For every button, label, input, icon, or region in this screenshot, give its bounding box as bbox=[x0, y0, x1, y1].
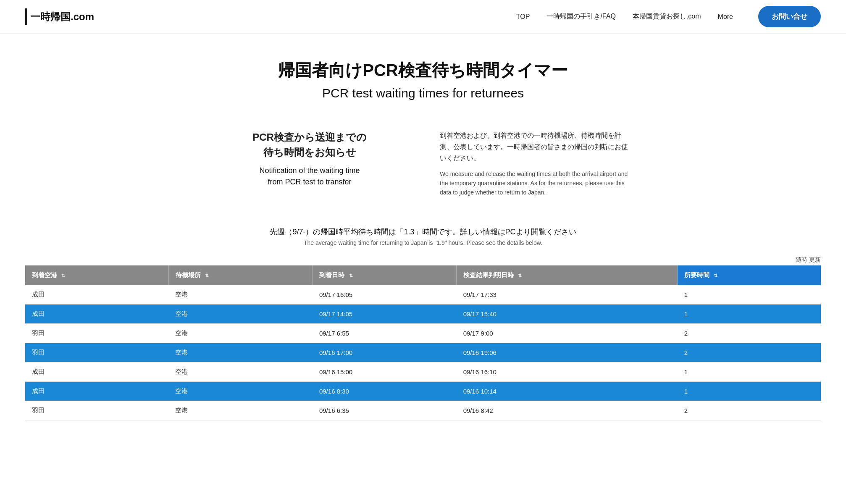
notice-en: The average waiting time for returning t… bbox=[17, 239, 829, 246]
header: 一時帰国.com TOP 一時帰国の手引き/FAQ 本帰国賃貸お探し.com M… bbox=[0, 0, 846, 34]
cell-location: 空港 bbox=[168, 343, 313, 362]
cell-airport: 羽田 bbox=[25, 343, 168, 362]
cell-result: 09/16 10:14 bbox=[457, 381, 678, 401]
cell-airport: 羽田 bbox=[25, 323, 168, 343]
cell-duration: 1 bbox=[678, 362, 821, 381]
description-section: PCR検査から送迎までの待ち時間をお知らせ Notification of th… bbox=[171, 113, 675, 214]
table-body: 成田空港09/17 16:0509/17 17:331成田空港09/17 14:… bbox=[25, 285, 821, 420]
desc-left-jp: PCR検査から送迎までの待ち時間をお知らせ bbox=[213, 130, 406, 160]
cell-duration: 1 bbox=[678, 381, 821, 401]
cell-result: 09/16 8:42 bbox=[457, 401, 678, 420]
cell-arrival: 09/16 17:00 bbox=[313, 343, 457, 362]
nav-more[interactable]: More bbox=[718, 13, 733, 21]
table-row: 羽田空港09/16 17:0009/16 19:062 bbox=[25, 343, 821, 362]
desc-right-en: We measure and release the waiting times… bbox=[440, 169, 633, 197]
cell-duration: 2 bbox=[678, 401, 821, 420]
nav-top[interactable]: TOP bbox=[516, 13, 530, 21]
col-location[interactable]: 待機場所 ⇅ bbox=[168, 265, 313, 285]
table-row: 羽田空港09/16 6:3509/16 8:422 bbox=[25, 401, 821, 420]
cell-arrival: 09/16 8:30 bbox=[313, 381, 457, 401]
cell-duration: 2 bbox=[678, 343, 821, 362]
cell-arrival: 09/17 14:05 bbox=[313, 304, 457, 323]
table-row: 成田空港09/17 16:0509/17 17:331 bbox=[25, 285, 821, 304]
contact-button[interactable]: お問い合せ bbox=[758, 6, 821, 27]
sort-icon-location: ⇅ bbox=[205, 273, 209, 278]
cell-airport: 成田 bbox=[25, 304, 168, 323]
table-row: 羽田空港09/17 6:5509/17 9:002 bbox=[25, 323, 821, 343]
col-arrival[interactable]: 到着日時 ⇅ bbox=[313, 265, 457, 285]
nav-rental[interactable]: 本帰国賃貸お探し.com bbox=[633, 12, 701, 21]
cell-arrival: 09/17 6:55 bbox=[313, 323, 457, 343]
cell-airport: 成田 bbox=[25, 381, 168, 401]
cell-result: 09/16 16:10 bbox=[457, 362, 678, 381]
desc-left-en: Notification of the waiting timefrom PCR… bbox=[213, 165, 406, 188]
sort-icon-duration: ⇅ bbox=[714, 273, 717, 278]
cell-arrival: 09/16 15:00 bbox=[313, 362, 457, 381]
table-header-row: 到着空港 ⇅ 待機場所 ⇅ 到着日時 ⇅ 検査結果判明日時 ⇅ 所要時間 ⇅ bbox=[25, 265, 821, 285]
logo-bar-decoration bbox=[25, 8, 27, 25]
hero-title-en: PCR test waiting times for returnees bbox=[17, 86, 829, 100]
cell-arrival: 09/17 16:05 bbox=[313, 285, 457, 304]
cell-result: 09/17 15:40 bbox=[457, 304, 678, 323]
cell-duration: 2 bbox=[678, 323, 821, 343]
col-duration[interactable]: 所要時間 ⇅ bbox=[678, 265, 821, 285]
notice-section: 先週（9/7-）の帰国時平均待ち時間は「1.3」時間です。詳しい情報はPCより閲… bbox=[0, 214, 846, 250]
cell-duration: 1 bbox=[678, 285, 821, 304]
notice-jp: 先週（9/7-）の帰国時平均待ち時間は「1.3」時間です。詳しい情報はPCより閲… bbox=[17, 227, 829, 237]
sort-icon-result: ⇅ bbox=[518, 273, 522, 278]
cell-airport: 羽田 bbox=[25, 401, 168, 420]
cell-airport: 成田 bbox=[25, 362, 168, 381]
cell-location: 空港 bbox=[168, 304, 313, 323]
cell-location: 空港 bbox=[168, 381, 313, 401]
nav-faq[interactable]: 一時帰国の手引き/FAQ bbox=[546, 12, 615, 21]
desc-left: PCR検査から送迎までの待ち時間をお知らせ Notification of th… bbox=[213, 130, 406, 197]
nav: TOP 一時帰国の手引き/FAQ 本帰国賃貸お探し.com More お問い合せ bbox=[516, 6, 821, 27]
desc-right-jp: 到着空港および、到着空港での一時待機場所、待機時間を計測、公表しています。一時帰… bbox=[440, 130, 633, 164]
cell-result: 09/16 19:06 bbox=[457, 343, 678, 362]
col-airport[interactable]: 到着空港 ⇅ bbox=[25, 265, 168, 285]
waiting-times-table: 到着空港 ⇅ 待機場所 ⇅ 到着日時 ⇅ 検査結果判明日時 ⇅ 所要時間 ⇅ bbox=[25, 265, 821, 420]
desc-right: 到着空港および、到着空港での一時待機場所、待機時間を計測、公表しています。一時帰… bbox=[440, 130, 633, 197]
cell-arrival: 09/16 6:35 bbox=[313, 401, 457, 420]
hero-section: 帰国者向けPCR検査待ち時間タイマー PCR test waiting time… bbox=[0, 34, 846, 113]
cell-duration: 1 bbox=[678, 304, 821, 323]
logo-text: 一時帰国.com bbox=[30, 10, 94, 24]
logo-area: 一時帰国.com bbox=[25, 8, 94, 25]
cell-airport: 成田 bbox=[25, 285, 168, 304]
cell-result: 09/17 17:33 bbox=[457, 285, 678, 304]
data-table-wrap: 到着空港 ⇅ 待機場所 ⇅ 到着日時 ⇅ 検査結果判明日時 ⇅ 所要時間 ⇅ bbox=[0, 265, 846, 446]
cell-location: 空港 bbox=[168, 323, 313, 343]
table-row: 成田空港09/16 8:3009/16 10:141 bbox=[25, 381, 821, 401]
cell-location: 空港 bbox=[168, 401, 313, 420]
cell-location: 空港 bbox=[168, 285, 313, 304]
table-row: 成田空港09/17 14:0509/17 15:401 bbox=[25, 304, 821, 323]
sort-icon-airport: ⇅ bbox=[61, 273, 65, 278]
sort-icon-arrival: ⇅ bbox=[349, 273, 353, 278]
col-result[interactable]: 検査結果判明日時 ⇅ bbox=[457, 265, 678, 285]
hero-title-jp: 帰国者向けPCR検査待ち時間タイマー bbox=[17, 59, 829, 82]
cell-location: 空港 bbox=[168, 362, 313, 381]
update-note: 随時 更新 bbox=[0, 250, 846, 265]
table-row: 成田空港09/16 15:0009/16 16:101 bbox=[25, 362, 821, 381]
cell-result: 09/17 9:00 bbox=[457, 323, 678, 343]
